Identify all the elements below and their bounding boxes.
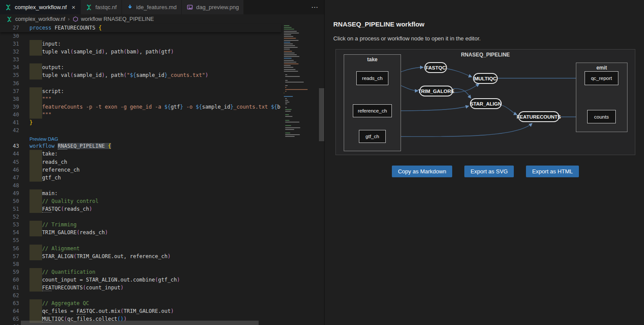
minimap[interactable] — [281, 24, 309, 325]
dag-node-gtf_ch[interactable]: gtf_ch — [359, 130, 386, 143]
breadcrumb-file[interactable]: complex_workflow.nf — [15, 16, 65, 22]
subgraph-label: emit — [576, 65, 627, 71]
code-token: -o — [183, 104, 196, 110]
minimap-line — [284, 67, 293, 68]
minimap-line — [285, 107, 287, 108]
line-number: 49 — [0, 189, 19, 197]
dag-diagram: RNASEQ_PIPELINE take emit reads_chrefere… — [335, 49, 635, 155]
export-as-html-button[interactable]: Export as HTML — [526, 166, 579, 177]
code-text: take: — [30, 150, 281, 158]
code-token: SEQ_PIPELINE — [67, 143, 108, 149]
code-text: tuple val(sample_id), path("${sample_id}… — [30, 71, 281, 79]
dag-node-reads_ch[interactable]: reads_ch — [356, 71, 388, 85]
code-line: 38 """ — [0, 95, 281, 103]
line-number: 48 — [0, 182, 19, 189]
line-number: 50 — [0, 197, 19, 205]
code-line: 47 gtf_ch — [0, 174, 281, 182]
code-token: ${ — [271, 104, 277, 110]
code-token: ) — [105, 229, 108, 235]
line-number: 51 — [0, 205, 19, 213]
code-token: ) — [121, 285, 124, 291]
code-token: sample_id — [73, 49, 102, 55]
minimap-line — [285, 116, 292, 117]
copy-as-markdown-button[interactable]: Copy as Markdown — [392, 166, 452, 177]
code-token: , path — [139, 49, 158, 55]
line-number: 61 — [0, 284, 19, 292]
vscode-window: complex_workflow.nf × fastqc.nf ide_feat… — [0, 0, 644, 325]
code-token: ) — [89, 206, 92, 212]
code-line: 63 // Aggregate QC — [0, 299, 281, 307]
vertical-scrollbar-thumb[interactable] — [319, 88, 324, 141]
code-line: 34 output: — [0, 63, 281, 71]
minimap-line — [284, 93, 284, 93]
code-token: tuple val — [30, 72, 70, 78]
code-token — [55, 143, 58, 149]
code-text: } — [30, 119, 281, 126]
minimap-line — [284, 71, 298, 72]
dag-node-counts[interactable]: counts — [587, 110, 616, 123]
minimap-line — [284, 60, 294, 61]
code-token: take: — [30, 151, 58, 157]
tab-dag-preview-png[interactable]: dag_preview.png — [182, 0, 244, 14]
minimap-line — [284, 58, 292, 59]
code-line: 31 input: — [0, 40, 281, 48]
sticky-scroll-line[interactable]: 27process FEATURECOUNTS { — [0, 24, 281, 32]
tab-ide-features[interactable]: ide_features.md — [122, 0, 182, 14]
dag-node-qc_report[interactable]: qc_report — [585, 71, 618, 85]
code-line: 32 tuple val(sample_id), path(bam), path… — [0, 48, 281, 56]
breadcrumb: complex_workflow.nf › workflow RNASEQ_PI… — [0, 14, 331, 24]
code-text: script: — [30, 87, 281, 95]
code-text: // Quantification — [30, 268, 281, 276]
code-token — [30, 206, 42, 212]
code-token: featureCounts -p -t exon -g gene_id -a — [30, 104, 164, 110]
code-token: , path — [105, 49, 123, 55]
tab-label: complex_workflow.nf — [15, 4, 67, 10]
dag-edge-TRIM_GALORE-to-STAR_ALIGN — [453, 89, 471, 98]
minimap-line — [285, 111, 291, 112]
code-token: FAS — [76, 308, 86, 315]
line-number: 46 — [0, 166, 19, 174]
code-token: sample_id — [73, 72, 102, 78]
export-as-svg-button[interactable]: Export as SVG — [464, 166, 514, 177]
code-line: 64 qc_files = FASTQC.out.mix(TRIM_GALORE… — [0, 307, 281, 315]
tab-fastqc[interactable]: fastqc.nf — [81, 0, 122, 14]
minimap-line — [285, 114, 289, 115]
code-token: count_input — [86, 285, 120, 291]
tab-complex-workflow[interactable]: complex_workflow.nf × — [0, 0, 81, 14]
code-line: 43workflow RNASEQ_PIPELINE { — [0, 142, 281, 150]
code-line: 58 — [0, 260, 281, 268]
code-line: 36 — [0, 80, 281, 87]
horizontal-scrollbar-thumb[interactable] — [21, 321, 259, 325]
dag-node-TRIM_GALORE[interactable]: TRIM_GALORE — [419, 86, 453, 96]
minimap-line — [285, 102, 289, 103]
close-icon[interactable]: × — [72, 4, 76, 10]
dag-node-FEATURECOUNTS[interactable]: FEATURECOUNTS — [518, 111, 559, 122]
breadcrumb-symbol[interactable]: workflow RNASEQ_PIPELINE — [81, 16, 154, 22]
minimap-line — [284, 56, 299, 57]
code-token: TURECOUNTS — [52, 285, 83, 291]
code-token: reference_ch — [30, 167, 80, 173]
code-line: 51 FASTQC(reads_ch) — [0, 205, 281, 213]
dag-node-FASTQC[interactable]: FASTQC — [424, 62, 447, 73]
line-number: 35 — [0, 71, 19, 79]
line-number: 54 — [0, 229, 19, 236]
code-token: // Aggregate QC — [30, 300, 89, 306]
code-text: // Trimming — [30, 221, 281, 229]
code-token: main: — [30, 190, 58, 196]
minimap-line — [284, 47, 298, 48]
minimap-line — [284, 53, 295, 53]
code-editor[interactable]: 3031 input:32 tuple val(sample_id), path… — [0, 32, 281, 325]
dag-node-STAR_ALIGN[interactable]: STAR_ALIGN — [470, 98, 502, 109]
line-number: 59 — [0, 268, 19, 276]
minimap-line — [284, 36, 293, 37]
code-token: { — [99, 25, 102, 31]
vertical-scrollbar[interactable] — [319, 24, 325, 325]
more-actions-icon[interactable]: ⋯ — [311, 3, 319, 11]
dag-node-MULTIQC[interactable]: MULTIQC — [473, 73, 498, 84]
code-token: _counts.txt — [233, 104, 271, 110]
code-token: FEATURECOUNTS — [52, 25, 99, 31]
code-line: 56 // Alignment — [0, 245, 281, 252]
dag-node-reference_ch[interactable]: reference_ch — [353, 104, 392, 117]
minimap-line — [285, 89, 308, 90]
minimap-line — [284, 40, 299, 41]
